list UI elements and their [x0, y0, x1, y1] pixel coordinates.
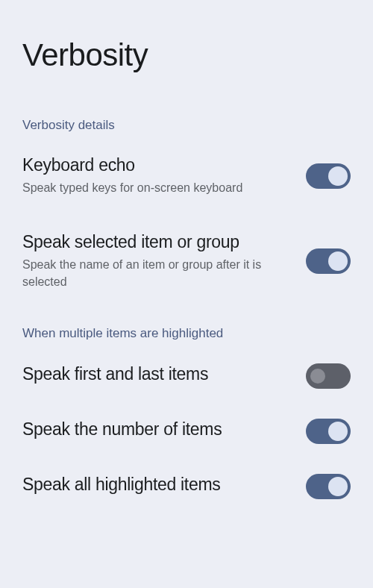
setting-all-highlighted[interactable]: Speak all highlighted items — [22, 474, 351, 499]
setting-text: Speak the number of items — [22, 419, 306, 444]
toggle-thumb — [328, 422, 348, 441]
page-title: Verbosity — [22, 37, 351, 73]
setting-title: Speak all highlighted items — [22, 475, 291, 495]
setting-first-last[interactable]: Speak first and last items — [22, 363, 351, 389]
setting-title: Keyboard echo — [22, 155, 291, 175]
setting-title: Speak first and last items — [22, 364, 291, 384]
toggle-number-items[interactable] — [306, 419, 351, 444]
toggle-thumb — [328, 477, 348, 496]
toggle-all-highlighted[interactable] — [306, 474, 351, 499]
toggle-thumb — [328, 166, 348, 186]
toggle-keyboard-echo[interactable] — [306, 163, 351, 189]
setting-text: Speak first and last items — [22, 364, 306, 389]
toggle-speak-selected[interactable] — [306, 248, 351, 274]
toggle-thumb — [310, 369, 325, 384]
setting-description: Speak typed keys for on-screen keyboard — [22, 180, 291, 196]
setting-speak-selected[interactable]: Speak selected item or group Speak the n… — [22, 232, 351, 290]
setting-title: Speak the number of items — [22, 419, 291, 440]
setting-number-items[interactable]: Speak the number of items — [22, 419, 351, 444]
setting-text: Speak selected item or group Speak the n… — [22, 232, 306, 290]
setting-description: Speak the name of an item or group after… — [22, 257, 291, 290]
toggle-first-last[interactable] — [306, 363, 351, 389]
section-header-multiple: When multiple items are highlighted — [22, 326, 351, 341]
setting-keyboard-echo[interactable]: Keyboard echo Speak typed keys for on-sc… — [22, 155, 351, 196]
setting-title: Speak selected item or group — [22, 232, 291, 252]
settings-page: Verbosity Verbosity details Keyboard ech… — [0, 0, 373, 551]
section-header-details: Verbosity details — [22, 118, 351, 133]
setting-text: Speak all highlighted items — [22, 475, 306, 499]
setting-text: Keyboard echo Speak typed keys for on-sc… — [22, 155, 306, 196]
toggle-thumb — [328, 251, 348, 271]
